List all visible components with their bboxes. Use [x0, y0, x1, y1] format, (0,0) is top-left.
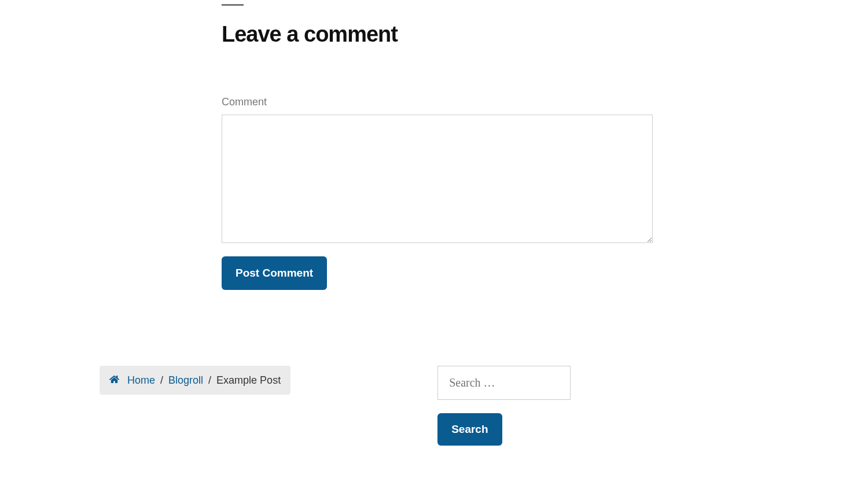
breadcrumb-blogroll-link[interactable]: Blogroll	[168, 374, 203, 387]
comment-label: Comment	[222, 96, 653, 108]
comment-textarea[interactable]	[222, 115, 653, 243]
search-input[interactable]	[437, 366, 571, 400]
post-comment-button[interactable]: Post Comment	[222, 256, 327, 290]
breadcrumb: Home / Blogroll / Example Post	[100, 366, 290, 395]
breadcrumb-separator: /	[208, 374, 211, 387]
leave-comment-heading: Leave a comment	[222, 22, 653, 47]
breadcrumb-current: Example Post	[216, 374, 281, 387]
breadcrumb-home-link[interactable]: Home	[127, 374, 155, 387]
search-section: Search	[437, 366, 571, 446]
heading-divider	[222, 4, 244, 6]
search-button[interactable]: Search	[437, 413, 502, 446]
breadcrumb-separator: /	[160, 374, 163, 387]
home-icon[interactable]	[109, 374, 119, 387]
